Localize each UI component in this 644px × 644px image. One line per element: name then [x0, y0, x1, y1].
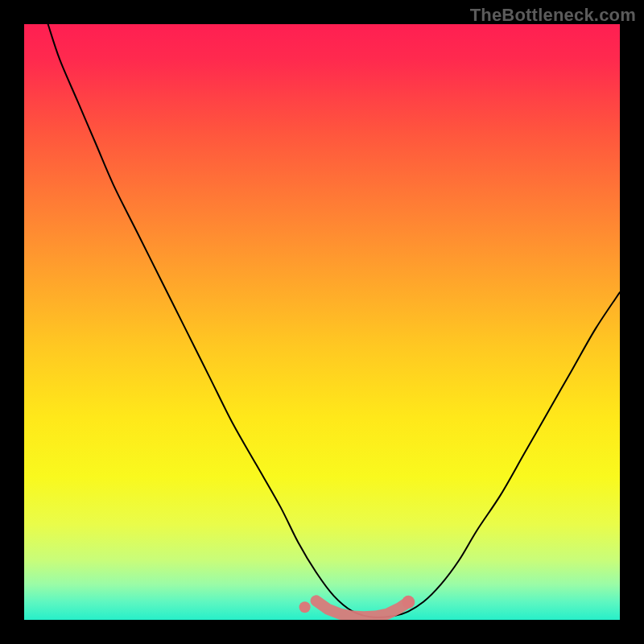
bottleneck-chart — [24, 24, 620, 620]
watermark-text: TheBottleneck.com — [470, 5, 636, 26]
svg-point-1 — [402, 596, 415, 609]
svg-point-0 — [299, 601, 311, 613]
heat-gradient-background — [24, 24, 620, 620]
chart-frame: TheBottleneck.com — [0, 0, 644, 644]
